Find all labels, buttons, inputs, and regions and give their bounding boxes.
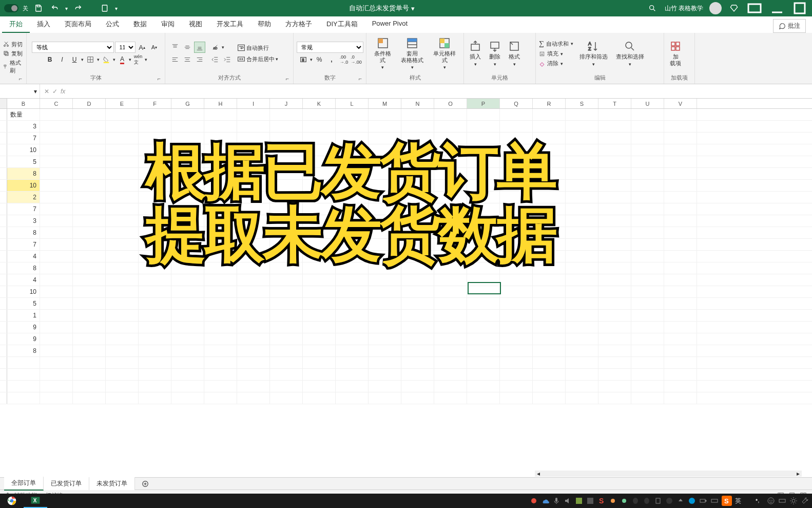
cell[interactable] bbox=[664, 215, 697, 227]
cell[interactable]: 7 bbox=[7, 239, 40, 250]
cell[interactable] bbox=[40, 168, 73, 179]
cell[interactable] bbox=[533, 333, 566, 345]
cell[interactable] bbox=[336, 109, 369, 120]
conditional-format-button[interactable]: 条件格式▾ bbox=[369, 35, 397, 72]
cell[interactable] bbox=[631, 192, 664, 203]
cell[interactable] bbox=[664, 192, 697, 203]
cell[interactable] bbox=[664, 227, 697, 238]
cell[interactable] bbox=[500, 369, 533, 380]
tray-dot2-icon[interactable] bbox=[620, 497, 628, 505]
cell[interactable] bbox=[73, 109, 106, 120]
cell[interactable] bbox=[40, 274, 73, 286]
col-header-P[interactable]: P bbox=[467, 99, 500, 108]
cell[interactable] bbox=[598, 180, 631, 191]
sort-filter-button[interactable]: AZ排序和筛选▾ bbox=[576, 38, 611, 68]
cell[interactable] bbox=[106, 274, 139, 286]
tray-hp-icon[interactable] bbox=[688, 497, 696, 505]
cell[interactable] bbox=[500, 286, 533, 297]
cell[interactable] bbox=[40, 133, 73, 144]
cell[interactable] bbox=[631, 286, 664, 297]
cell[interactable] bbox=[533, 381, 566, 392]
cell[interactable] bbox=[566, 345, 598, 356]
indent-decrease-icon[interactable] bbox=[209, 54, 221, 65]
cell[interactable] bbox=[303, 392, 336, 404]
align-center-icon[interactable] bbox=[182, 54, 193, 65]
cell[interactable] bbox=[40, 144, 73, 156]
cell[interactable] bbox=[598, 144, 631, 156]
cell[interactable]: 4 bbox=[7, 274, 40, 286]
ribbon-tab-8[interactable]: 帮助 bbox=[250, 16, 278, 33]
cell[interactable] bbox=[467, 345, 500, 356]
cell[interactable] bbox=[434, 333, 467, 345]
cell[interactable] bbox=[467, 322, 500, 333]
cell[interactable]: 9 bbox=[7, 333, 40, 345]
tray-dot1-icon[interactable] bbox=[609, 497, 617, 505]
cell[interactable] bbox=[664, 369, 697, 380]
cell[interactable] bbox=[40, 192, 73, 203]
cell[interactable] bbox=[73, 227, 106, 238]
cell[interactable] bbox=[40, 357, 73, 368]
ime-indicator[interactable]: 英 bbox=[735, 497, 741, 505]
cell[interactable] bbox=[467, 109, 500, 120]
cell[interactable] bbox=[369, 310, 401, 321]
tray-emoji-icon[interactable] bbox=[767, 497, 775, 505]
cell[interactable] bbox=[664, 392, 697, 404]
cell[interactable] bbox=[434, 381, 467, 392]
cell[interactable] bbox=[40, 392, 73, 404]
cell[interactable] bbox=[171, 274, 204, 286]
cell[interactable] bbox=[270, 274, 303, 286]
cell[interactable] bbox=[303, 322, 336, 333]
cell[interactable]: 5 bbox=[7, 298, 40, 309]
cell[interactable] bbox=[237, 345, 270, 356]
cell[interactable] bbox=[204, 369, 237, 380]
cell[interactable] bbox=[106, 192, 139, 203]
ribbon-tab-7[interactable]: 开发工具 bbox=[209, 16, 250, 33]
phonetic-icon[interactable]: wén文 bbox=[132, 54, 144, 65]
cell[interactable] bbox=[401, 357, 434, 368]
ribbon-display-icon[interactable] bbox=[746, 1, 763, 15]
cell[interactable] bbox=[237, 274, 270, 286]
cell[interactable] bbox=[500, 298, 533, 309]
cell[interactable] bbox=[566, 156, 598, 167]
col-header-U[interactable]: U bbox=[631, 99, 664, 108]
cell[interactable] bbox=[401, 345, 434, 356]
cell[interactable] bbox=[73, 333, 106, 345]
tray-gear-icon[interactable] bbox=[789, 497, 798, 505]
cell[interactable]: 5 bbox=[7, 156, 40, 167]
cell[interactable] bbox=[40, 156, 73, 167]
cell[interactable] bbox=[369, 369, 401, 380]
taskbar-chrome-icon[interactable] bbox=[0, 494, 24, 508]
tray-app2-icon[interactable] bbox=[586, 497, 594, 505]
tray-qq1-icon[interactable] bbox=[631, 497, 640, 505]
cell[interactable]: 8 bbox=[7, 262, 40, 274]
cell[interactable] bbox=[106, 133, 139, 144]
cell[interactable] bbox=[171, 345, 204, 356]
cell[interactable] bbox=[598, 274, 631, 286]
name-box[interactable] bbox=[0, 86, 31, 97]
cell[interactable] bbox=[40, 286, 73, 297]
cell[interactable] bbox=[303, 109, 336, 120]
cell[interactable] bbox=[467, 310, 500, 321]
undo-dropdown-icon[interactable]: ▾ bbox=[65, 6, 68, 11]
cell[interactable] bbox=[434, 345, 467, 356]
cell[interactable] bbox=[533, 345, 566, 356]
taskbar-excel-icon[interactable]: X bbox=[24, 494, 47, 508]
tray-sound-icon[interactable] bbox=[564, 497, 572, 505]
cell[interactable] bbox=[336, 345, 369, 356]
cell[interactable] bbox=[73, 369, 106, 380]
cell[interactable] bbox=[139, 345, 171, 356]
cell[interactable] bbox=[270, 369, 303, 380]
cell[interactable] bbox=[664, 286, 697, 297]
fontcolor-dropdown-icon[interactable]: ▾ bbox=[129, 57, 131, 62]
cell[interactable] bbox=[631, 133, 664, 144]
tray-qq2-icon[interactable] bbox=[643, 497, 651, 505]
cell[interactable] bbox=[336, 369, 369, 380]
cell[interactable] bbox=[106, 357, 139, 368]
sheet-tab-0[interactable]: 全部订单 bbox=[4, 477, 44, 491]
cell[interactable]: 7 bbox=[7, 133, 40, 144]
align-bottom-icon[interactable] bbox=[194, 42, 205, 53]
col-header-O[interactable]: O bbox=[434, 99, 467, 108]
cell[interactable] bbox=[106, 262, 139, 274]
tray-cloud-icon[interactable] bbox=[541, 497, 549, 505]
cell[interactable] bbox=[40, 180, 73, 191]
